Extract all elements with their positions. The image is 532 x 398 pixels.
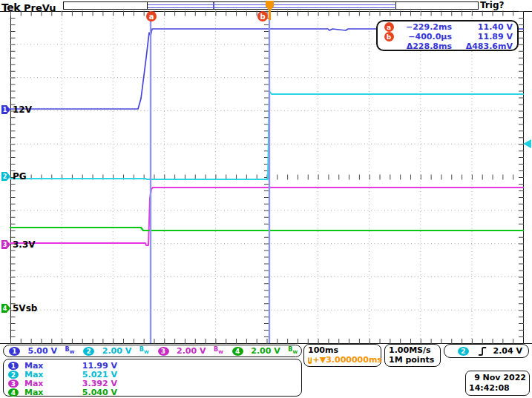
ch2-scale-readout[interactable]: 2 2.00 V BW	[78, 346, 152, 356]
brand: TekPreVu	[1, 0, 56, 14]
tek-logo: Tek	[1, 1, 20, 13]
cursor-a-volt: 11.40 V	[452, 22, 516, 32]
oscilloscope-screen: ab 1234 TekPreVu Trig? a −229.2ms 11.40 …	[0, 0, 532, 398]
cursor-delta-time: Δ228.8ms	[398, 42, 452, 51]
measurement-row-ch2: 2 Max 5.021 V	[8, 370, 301, 379]
date-value: 9 Nov 2022	[469, 373, 526, 383]
ch4-meas-type: Max	[24, 388, 65, 397]
ch2-badge: 2	[83, 347, 94, 356]
trigger-readout[interactable]: 2 2.04 V	[444, 344, 529, 358]
ch3-waveform-label: 3.3V	[13, 240, 36, 249]
waveform-display: ab 1234	[0, 0, 532, 398]
ch1-waveform-label: 12V	[13, 105, 32, 114]
ch4-ground-marker-number: 4	[3, 305, 7, 312]
time-per-div: 100ms	[308, 345, 381, 355]
ch3-volts-per-div: 2.00 V	[169, 346, 214, 356]
cursor-a-badge: a	[384, 22, 394, 32]
trigger-delay-value: 3.000000ms	[326, 355, 382, 365]
datetime-box: 9 Nov 2022 14:42:08	[465, 371, 530, 396]
cursor-readout-box: a −229.2ms 11.40 V b −400.0µs 11.89 V Δ2…	[376, 20, 519, 51]
trigger-level-value: 2.04 V	[487, 346, 528, 356]
graticule	[0, 11, 532, 344]
ch2-bandwidth-icon: BW	[139, 347, 149, 355]
trigger-source-badge: 2	[458, 347, 469, 356]
ch3-ground-marker-number: 3	[3, 242, 7, 248]
ch4-meas-badge: 4	[8, 388, 19, 397]
cursor-b-badge: b	[384, 32, 394, 42]
ch4-bandwidth-icon: BW	[288, 347, 298, 355]
measurement-row-ch3: 3 Max 3.392 V	[8, 379, 301, 388]
record-length: 1M points	[389, 355, 440, 365]
trigger-position-stem	[269, 10, 271, 20]
trigger-level-marker[interactable]	[523, 139, 531, 148]
ch4-badge: 4	[232, 347, 243, 356]
ch3-badge: 3	[158, 347, 169, 356]
ch2-volts-per-div: 2.00 V	[94, 346, 139, 356]
trigger-delay-readout: T +▼ 3.000000ms	[308, 355, 381, 365]
record-center-marker	[213, 2, 214, 9]
channel-scale-bar: 1 5.00 V BW 2 2.00 V BW 3 2.00 V BW 4 2.…	[3, 345, 302, 357]
measurement-row-ch1: 1 Max 11.99 V	[8, 361, 301, 370]
measurement-row-ch4: 4 Max 5.040 V	[8, 388, 301, 397]
rising-edge-icon	[478, 346, 487, 356]
ch2-ground-marker-number: 2	[3, 173, 7, 180]
trigger-delay-prefix: +▼	[312, 355, 326, 365]
ch4-5vsb-trace	[10, 228, 523, 230]
acquisition-mode: PreVu	[24, 2, 56, 13]
trigger-status: Trig?	[480, 0, 504, 10]
measurements-box: 1 Max 11.99 V 2 Max 5.021 V 3 Max 3.392 …	[3, 359, 302, 397]
time-value: 14:42:08	[469, 383, 526, 394]
traces-layer	[10, 29, 523, 245]
ch4-volts-per-div: 2.00 V	[243, 346, 289, 356]
cursor-b-volt: 11.89 V	[452, 32, 516, 42]
ch3-meas-badge: 3	[8, 379, 19, 388]
trigger-delay-icon: T	[308, 356, 312, 364]
cursor-delta-row: Δ228.8ms Δ483.6mV	[379, 42, 516, 51]
ch1-volts-per-div: 5.00 V	[20, 346, 65, 356]
ch3-3v3-trace	[10, 188, 523, 245]
sample-rate: 1.00MS/s	[389, 345, 440, 355]
cursor-a-time: −229.2ms	[398, 22, 452, 32]
cursor-delta-volt: Δ483.6mV	[452, 42, 516, 51]
acquisition-readout[interactable]: 1.00MS/s 1M points	[384, 344, 441, 367]
ch4-meas-value: 5.040 V	[65, 388, 117, 397]
ch2-waveform-label: PG	[13, 172, 27, 181]
markers-layer: 1234	[1, 105, 531, 313]
ch4-waveform-label: 5Vsb	[13, 304, 37, 313]
ch1-badge: 1	[9, 347, 20, 356]
ch1-meas-badge: 1	[8, 362, 19, 370]
cursor-a-letter: a	[149, 13, 154, 21]
ch3-bandwidth-icon: BW	[214, 347, 223, 355]
timebase-readout[interactable]: 100ms T +▼ 3.000000ms	[303, 344, 381, 367]
ch4-scale-readout[interactable]: 4 2.00 V BW	[227, 346, 301, 356]
ch1-ground-marker-number: 1	[3, 107, 7, 113]
ch1-scale-readout[interactable]: 1 5.00 V BW	[4, 346, 78, 356]
cursor-b-row: b −400.0µs 11.89 V	[379, 32, 516, 42]
cursor-b-time: −400.0µs	[398, 32, 452, 42]
cursor-b-letter: b	[260, 13, 265, 21]
ch3-scale-readout[interactable]: 3 2.00 V BW	[153, 346, 227, 356]
ch1-bandwidth-icon: BW	[65, 347, 75, 355]
ch2-meas-badge: 2	[8, 371, 19, 379]
cursor-a-row: a −229.2ms 11.40 V	[379, 22, 516, 32]
